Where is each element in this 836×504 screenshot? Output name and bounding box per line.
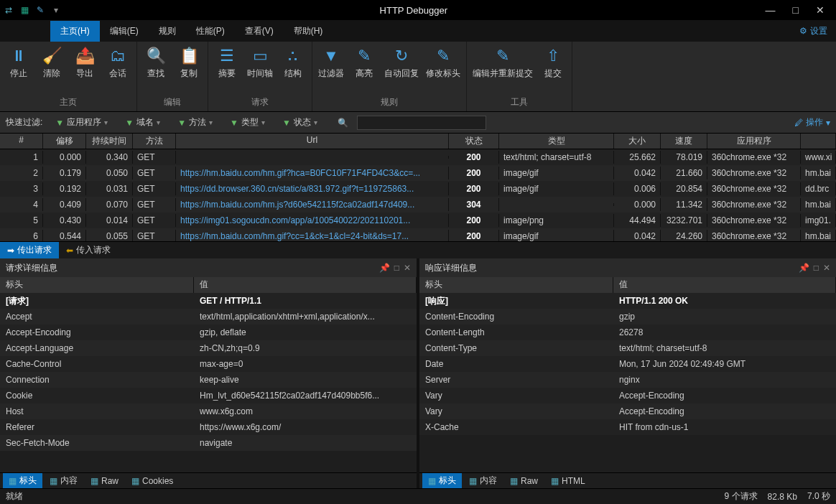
- close-icon[interactable]: ✕: [404, 263, 411, 273]
- req-col-val[interactable]: 值: [194, 277, 417, 293]
- menu-rules[interactable]: 规则: [149, 21, 186, 42]
- qat-excel-icon[interactable]: ▦: [19, 4, 30, 16]
- menu-home[interactable]: 主页(H): [50, 21, 100, 42]
- close-icon[interactable]: ✕: [823, 263, 830, 273]
- table-row[interactable]: 30.1920.031GEThttps://dd.browser.360.cn/…: [0, 181, 836, 197]
- qat-dropdown-icon[interactable]: ▾: [50, 4, 62, 16]
- qat-brush-icon[interactable]: ✎: [34, 4, 46, 16]
- res-col-val[interactable]: 值: [613, 277, 836, 293]
- gear-icon: ⚙: [799, 26, 807, 36]
- table-row[interactable]: 60.5440.055GEThttps://hm.baidu.com/hm.gi…: [0, 228, 836, 241]
- filter-domain[interactable]: ▼域名▾: [121, 115, 164, 130]
- tab-icon: ▦: [428, 476, 436, 486]
- kv-row[interactable]: DateMon, 17 Jun 2024 02:49:49 GMT: [419, 356, 836, 372]
- ribbon-label: 结构: [284, 67, 302, 80]
- col-index[interactable]: #: [0, 134, 43, 149]
- col-app[interactable]: 应用程序: [707, 134, 801, 149]
- res-col-key[interactable]: 标头: [419, 277, 613, 293]
- kv-row[interactable]: Accepttext/html,application/xhtml+xml,ap…: [0, 309, 417, 325]
- ribbon-filter-button[interactable]: ▼过滤器: [318, 46, 344, 80]
- ribbon-autoreply-button[interactable]: ↻自动回复: [384, 46, 419, 80]
- ribbon-session-button[interactable]: 🗂会话: [105, 46, 131, 80]
- ribbon-copy-button[interactable]: 📋复制: [176, 46, 202, 80]
- menu-view[interactable]: 查看(V): [235, 21, 284, 42]
- kv-row[interactable]: [响应]HTTP/1.1 200 OK: [419, 293, 836, 309]
- kv-row[interactable]: Connectionkeep-alive: [0, 372, 417, 388]
- kv-key: Content-Type: [419, 342, 613, 355]
- search-input[interactable]: [357, 116, 486, 130]
- filter-type[interactable]: ▼类型▾: [226, 115, 269, 130]
- kv-row[interactable]: Cache-Controlmax-age=0: [0, 356, 417, 372]
- tab-incoming[interactable]: ⬅传入请求: [59, 242, 118, 258]
- qat-sync-icon[interactable]: ⇄: [3, 4, 14, 16]
- col-method[interactable]: 方法: [133, 134, 176, 149]
- filter-app[interactable]: ▼应用程序▾: [51, 115, 112, 130]
- req-col-key[interactable]: 标头: [0, 277, 194, 293]
- col-url[interactable]: Url: [176, 134, 449, 149]
- kv-row[interactable]: VaryAccept-Encoding: [419, 403, 836, 419]
- table-row[interactable]: 50.4300.014GEThttps://img01.sogoucdn.com…: [0, 213, 836, 228]
- subtab-HTML[interactable]: ▦HTML: [545, 475, 591, 487]
- ribbon-highlight-button[interactable]: ✎高亮: [351, 46, 377, 80]
- col-offset[interactable]: 偏移: [43, 134, 86, 149]
- settings-button[interactable]: ⚙设置: [791, 21, 836, 42]
- ribbon-summary-button[interactable]: ☰摘要: [214, 46, 240, 80]
- col-host[interactable]: [801, 134, 836, 149]
- tab-outgoing[interactable]: ➡传出请求: [0, 242, 59, 258]
- menu-perf[interactable]: 性能(P): [186, 21, 235, 42]
- kv-row[interactable]: Accept-Encodinggzip, deflate: [0, 325, 417, 340]
- kv-row[interactable]: VaryAccept-Encoding: [419, 388, 836, 403]
- table-row[interactable]: 40.4090.070GEThttps://hm.baidu.com/hm.js…: [0, 197, 836, 213]
- maximize-button[interactable]: □: [793, 4, 799, 16]
- tab-icon: ▦: [469, 476, 477, 486]
- col-duration[interactable]: 持续时间: [86, 134, 133, 149]
- kv-row[interactable]: Content-Encodinggzip: [419, 309, 836, 325]
- ribbon-timeline-button[interactable]: ▭时间轴: [247, 46, 273, 80]
- kv-row[interactable]: Servernginx: [419, 372, 836, 388]
- filter-method[interactable]: ▼方法▾: [173, 115, 217, 130]
- pin-icon[interactable]: 📌: [379, 263, 390, 273]
- subtab-标头[interactable]: ▦标头: [3, 473, 42, 488]
- ribbon-structure-button[interactable]: ⛬结构: [280, 46, 306, 80]
- close-button[interactable]: ✕: [816, 4, 825, 16]
- kv-row[interactable]: Content-Length26278: [419, 325, 836, 340]
- maximize-icon[interactable]: □: [814, 263, 819, 273]
- col-size[interactable]: 大小: [614, 134, 661, 149]
- kv-row[interactable]: [请求]GET / HTTP/1.1: [0, 293, 417, 309]
- ribbon-submit-button[interactable]: ⇧提交: [540, 46, 566, 80]
- maximize-icon[interactable]: □: [394, 263, 399, 273]
- kv-row[interactable]: Content-Typetext/html; charset=utf-8: [419, 340, 836, 356]
- subtab-Raw[interactable]: ▦Raw: [85, 475, 124, 487]
- menu-help[interactable]: 帮助(H): [284, 21, 333, 42]
- table-row[interactable]: 20.1790.050GEThttps://hm.baidu.com/hm.gi…: [0, 165, 836, 181]
- kv-row[interactable]: X-CacheHIT from cdn-us-1: [419, 419, 836, 435]
- pin-icon[interactable]: 📌: [799, 263, 809, 273]
- filter-status[interactable]: ▼状态▾: [278, 115, 322, 130]
- cell-size: 0.000: [614, 198, 661, 211]
- subtab-Cookies[interactable]: ▦Cookies: [126, 475, 179, 487]
- subtab-内容[interactable]: ▦内容: [463, 473, 503, 488]
- kv-row[interactable]: Hostwww.x6g.com: [0, 403, 417, 419]
- subtab-内容[interactable]: ▦内容: [44, 473, 83, 488]
- kv-row[interactable]: CookieHm_lvt_d60e542115f2ca02adf147d409b…: [0, 388, 417, 403]
- ribbon-stop-button[interactable]: ⏸停止: [6, 46, 32, 80]
- kv-value: Accept-Encoding: [613, 389, 836, 402]
- col-type[interactable]: 类型: [499, 134, 614, 149]
- subtab-标头[interactable]: ▦标头: [422, 473, 462, 488]
- kv-row[interactable]: Refererhttps://www.x6g.com/: [0, 419, 417, 435]
- operations-button[interactable]: 🖉操作▾: [794, 116, 830, 129]
- ribbon-modheader-button[interactable]: ✎修改标头: [426, 46, 460, 80]
- col-status[interactable]: 状态: [449, 134, 499, 149]
- ribbon-find-button[interactable]: 🔍查找: [143, 46, 169, 80]
- ribbon-editresubmit-button[interactable]: ✎编辑并重新提交: [473, 46, 533, 80]
- table-row[interactable]: 10.0000.340GET200text/html; charset=utf-…: [0, 149, 836, 165]
- ribbon-export-button[interactable]: 📤导出: [72, 46, 98, 80]
- subtab-Raw[interactable]: ▦Raw: [504, 475, 544, 487]
- ribbon-clear-button[interactable]: 🧹清除: [39, 46, 65, 80]
- kv-value: gzip, deflate: [194, 326, 417, 339]
- col-speed[interactable]: 速度: [661, 134, 707, 149]
- menu-edit[interactable]: 编辑(E): [100, 21, 149, 42]
- kv-row[interactable]: Sec-Fetch-Modenavigate: [0, 435, 417, 451]
- kv-row[interactable]: Accept-Languagezh-CN,zh;q=0.9: [0, 340, 417, 356]
- minimize-button[interactable]: —: [766, 4, 776, 16]
